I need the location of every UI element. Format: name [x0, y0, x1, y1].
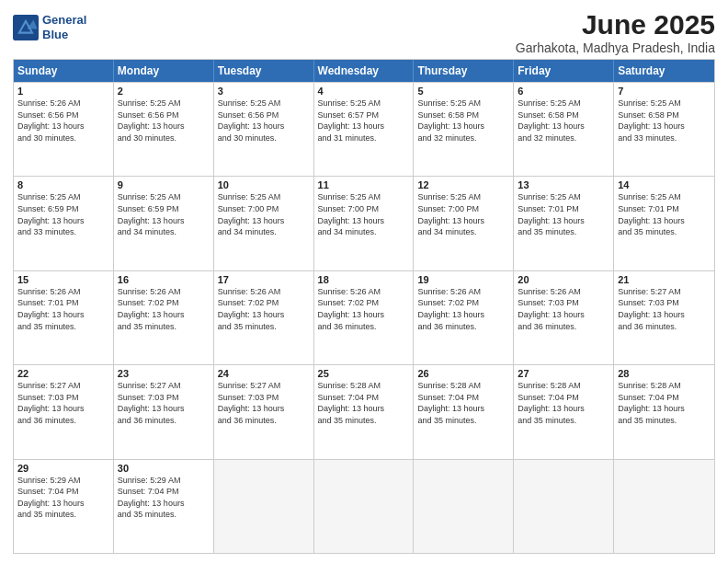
calendar-week-5: 29Sunrise: 5:29 AM Sunset: 7:04 PM Dayli… [14, 459, 714, 553]
day-number: 3 [218, 86, 310, 97]
day-number: 1 [17, 86, 109, 97]
calendar-cell: 15Sunrise: 5:26 AM Sunset: 7:01 PM Dayli… [14, 271, 114, 364]
calendar-cell: 5Sunrise: 5:25 AM Sunset: 6:58 PM Daylig… [414, 83, 514, 176]
day-number: 25 [318, 368, 410, 379]
calendar-cell [414, 460, 514, 553]
calendar-cell: 9Sunrise: 5:25 AM Sunset: 6:59 PM Daylig… [114, 177, 214, 270]
calendar-cell: 23Sunrise: 5:27 AM Sunset: 7:03 PM Dayli… [114, 365, 214, 458]
calendar-cell [514, 460, 614, 553]
day-info: Sunrise: 5:25 AM Sunset: 6:57 PM Dayligh… [318, 98, 410, 144]
day-info: Sunrise: 5:25 AM Sunset: 6:59 PM Dayligh… [17, 191, 109, 237]
calendar-cell: 12Sunrise: 5:25 AM Sunset: 7:00 PM Dayli… [414, 177, 514, 270]
calendar-week-2: 8Sunrise: 5:25 AM Sunset: 6:59 PM Daylig… [14, 176, 714, 270]
calendar: Sunday Monday Tuesday Wednesday Thursday… [13, 59, 715, 554]
day-info: Sunrise: 5:28 AM Sunset: 7:04 PM Dayligh… [518, 380, 609, 426]
day-number: 23 [118, 368, 210, 379]
day-info: Sunrise: 5:26 AM Sunset: 6:56 PM Dayligh… [17, 98, 109, 144]
day-number: 29 [17, 463, 109, 474]
day-number: 19 [417, 274, 509, 285]
subtitle: Garhakota, Madhya Pradesh, India [516, 40, 715, 55]
calendar-cell: 8Sunrise: 5:25 AM Sunset: 6:59 PM Daylig… [14, 177, 114, 270]
day-info: Sunrise: 5:25 AM Sunset: 6:56 PM Dayligh… [218, 98, 310, 144]
day-number: 8 [17, 179, 109, 190]
calendar-cell: 25Sunrise: 5:28 AM Sunset: 7:04 PM Dayli… [314, 365, 415, 458]
calendar-cell: 22Sunrise: 5:27 AM Sunset: 7:03 PM Dayli… [14, 365, 114, 458]
calendar-cell [614, 460, 714, 553]
day-number: 17 [218, 274, 310, 285]
day-info: Sunrise: 5:28 AM Sunset: 7:04 PM Dayligh… [417, 380, 509, 426]
header-tuesday: Tuesday [214, 60, 314, 82]
header-sunday: Sunday [14, 60, 114, 82]
day-info: Sunrise: 5:27 AM Sunset: 7:03 PM Dayligh… [118, 380, 210, 426]
logo-icon [13, 15, 39, 40]
day-number: 2 [118, 86, 210, 97]
day-info: Sunrise: 5:26 AM Sunset: 7:02 PM Dayligh… [218, 286, 310, 332]
header-saturday: Saturday [614, 60, 714, 82]
day-number: 20 [518, 274, 609, 285]
day-number: 11 [318, 179, 410, 190]
day-info: Sunrise: 5:26 AM Sunset: 7:02 PM Dayligh… [417, 286, 509, 332]
calendar-cell: 11Sunrise: 5:25 AM Sunset: 7:00 PM Dayli… [314, 177, 415, 270]
day-number: 16 [118, 274, 210, 285]
logo: General Blue [13, 13, 86, 41]
page: General Blue June 2025 Garhakota, Madhya… [0, 0, 728, 563]
day-number: 21 [618, 274, 711, 285]
day-info: Sunrise: 5:25 AM Sunset: 7:01 PM Dayligh… [518, 191, 609, 237]
day-info: Sunrise: 5:27 AM Sunset: 7:03 PM Dayligh… [618, 286, 711, 332]
day-info: Sunrise: 5:26 AM Sunset: 7:03 PM Dayligh… [518, 286, 609, 332]
day-info: Sunrise: 5:25 AM Sunset: 6:56 PM Dayligh… [118, 98, 210, 144]
day-number: 18 [318, 274, 410, 285]
calendar-cell: 19Sunrise: 5:26 AM Sunset: 7:02 PM Dayli… [414, 271, 514, 364]
day-number: 22 [17, 368, 109, 379]
calendar-cell: 29Sunrise: 5:29 AM Sunset: 7:04 PM Dayli… [14, 460, 114, 553]
calendar-cell [214, 460, 314, 553]
calendar-cell: 3Sunrise: 5:25 AM Sunset: 6:56 PM Daylig… [214, 83, 314, 176]
calendar-cell: 10Sunrise: 5:25 AM Sunset: 7:00 PM Dayli… [214, 177, 314, 270]
calendar-cell [314, 460, 415, 553]
day-info: Sunrise: 5:28 AM Sunset: 7:04 PM Dayligh… [318, 380, 410, 426]
day-number: 4 [318, 86, 410, 97]
day-number: 15 [17, 274, 109, 285]
calendar-body: 1Sunrise: 5:26 AM Sunset: 6:56 PM Daylig… [14, 82, 714, 553]
day-info: Sunrise: 5:26 AM Sunset: 7:01 PM Dayligh… [17, 286, 109, 332]
calendar-cell: 26Sunrise: 5:28 AM Sunset: 7:04 PM Dayli… [414, 365, 514, 458]
calendar-cell: 14Sunrise: 5:25 AM Sunset: 7:01 PM Dayli… [614, 177, 714, 270]
day-info: Sunrise: 5:25 AM Sunset: 6:58 PM Dayligh… [618, 98, 711, 144]
calendar-cell: 18Sunrise: 5:26 AM Sunset: 7:02 PM Dayli… [314, 271, 415, 364]
header-thursday: Thursday [414, 60, 514, 82]
calendar-week-3: 15Sunrise: 5:26 AM Sunset: 7:01 PM Dayli… [14, 270, 714, 364]
day-number: 12 [417, 179, 509, 190]
header-friday: Friday [514, 60, 614, 82]
day-info: Sunrise: 5:28 AM Sunset: 7:04 PM Dayligh… [618, 380, 711, 426]
day-number: 27 [518, 368, 609, 379]
title-block: June 2025 Garhakota, Madhya Pradesh, Ind… [516, 9, 715, 55]
calendar-cell: 4Sunrise: 5:25 AM Sunset: 6:57 PM Daylig… [314, 83, 415, 176]
header-wednesday: Wednesday [314, 60, 415, 82]
main-title: June 2025 [516, 9, 715, 40]
calendar-cell: 27Sunrise: 5:28 AM Sunset: 7:04 PM Dayli… [514, 365, 614, 458]
calendar-week-4: 22Sunrise: 5:27 AM Sunset: 7:03 PM Dayli… [14, 364, 714, 458]
day-info: Sunrise: 5:29 AM Sunset: 7:04 PM Dayligh… [118, 475, 210, 521]
calendar-week-1: 1Sunrise: 5:26 AM Sunset: 6:56 PM Daylig… [14, 82, 714, 176]
day-info: Sunrise: 5:25 AM Sunset: 7:00 PM Dayligh… [218, 191, 310, 237]
day-number: 14 [618, 179, 711, 190]
day-info: Sunrise: 5:29 AM Sunset: 7:04 PM Dayligh… [17, 475, 109, 521]
calendar-cell: 24Sunrise: 5:27 AM Sunset: 7:03 PM Dayli… [214, 365, 314, 458]
day-info: Sunrise: 5:25 AM Sunset: 6:58 PM Dayligh… [417, 98, 509, 144]
calendar-cell: 30Sunrise: 5:29 AM Sunset: 7:04 PM Dayli… [114, 460, 214, 553]
day-number: 6 [518, 86, 609, 97]
day-info: Sunrise: 5:25 AM Sunset: 6:59 PM Dayligh… [118, 191, 210, 237]
day-info: Sunrise: 5:26 AM Sunset: 7:02 PM Dayligh… [118, 286, 210, 332]
calendar-cell: 6Sunrise: 5:25 AM Sunset: 6:58 PM Daylig… [514, 83, 614, 176]
day-info: Sunrise: 5:27 AM Sunset: 7:03 PM Dayligh… [17, 380, 109, 426]
day-info: Sunrise: 5:25 AM Sunset: 7:00 PM Dayligh… [417, 191, 509, 237]
day-number: 7 [618, 86, 711, 97]
day-info: Sunrise: 5:25 AM Sunset: 6:58 PM Dayligh… [518, 98, 609, 144]
day-number: 26 [417, 368, 509, 379]
day-number: 10 [218, 179, 310, 190]
calendar-header: Sunday Monday Tuesday Wednesday Thursday… [14, 60, 714, 82]
day-number: 13 [518, 179, 609, 190]
day-info: Sunrise: 5:27 AM Sunset: 7:03 PM Dayligh… [218, 380, 310, 426]
day-number: 24 [218, 368, 310, 379]
header-monday: Monday [114, 60, 214, 82]
